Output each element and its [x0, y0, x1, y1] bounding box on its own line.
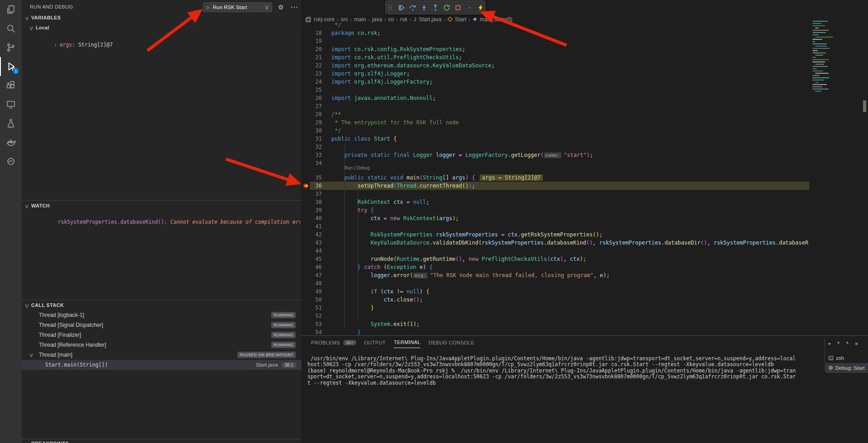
- code-line-37[interactable]: [331, 190, 809, 198]
- line-number[interactable]: 48: [302, 279, 322, 287]
- breakpoints-section-header[interactable]: ⋁BREAKPOINTS: [25, 441, 69, 443]
- line-number[interactable]: 33: [302, 151, 322, 159]
- step-out-icon[interactable]: [431, 3, 439, 13]
- minimap[interactable]: [811, 21, 844, 94]
- code-line-25[interactable]: [331, 86, 809, 94]
- breadcrumb-part[interactable]: java: [372, 16, 382, 23]
- code-editor[interactable]: rskj-core›src›main›java›co›rsk›JStart.ja…: [302, 0, 868, 335]
- code-line-26[interactable]: import javax.annotation.Nonnull;: [331, 94, 809, 102]
- code-line-44[interactable]: [331, 247, 809, 255]
- terminal-session-debug-start[interactable]: ⚙Debug: Start: [826, 363, 868, 373]
- code-line-29[interactable]: * The entrypoint for the RSK full node: [331, 118, 809, 127]
- code-line-35[interactable]: public static void main(String[] args) {…: [331, 174, 809, 182]
- line-number[interactable]: 54: [302, 328, 322, 335]
- continue-icon[interactable]: [397, 3, 406, 13]
- activity-item-run-and-debug[interactable]: 1: [0, 57, 22, 76]
- activity-item-source-control[interactable]: [0, 38, 22, 57]
- code-line-28[interactable]: /**: [331, 110, 809, 118]
- code-line-32[interactable]: [331, 143, 809, 151]
- line-number[interactable]: 30: [302, 127, 322, 135]
- code-line-50[interactable]: ctx.close();: [331, 296, 809, 304]
- line-number[interactable]: 37: [302, 190, 322, 198]
- activity-item-extensions[interactable]: [0, 76, 22, 95]
- line-number[interactable]: 43: [302, 239, 322, 247]
- code-line-34[interactable]: [331, 159, 809, 167]
- line-number[interactable]: 44: [302, 247, 322, 255]
- line-number[interactable]: 51: [302, 304, 322, 312]
- activity-item-testing[interactable]: [0, 114, 22, 133]
- line-number[interactable]: 27: [302, 102, 322, 110]
- breadcrumb-class[interactable]: Start: [455, 16, 466, 23]
- line-number[interactable]: 46: [302, 263, 322, 271]
- views-more-icon[interactable]: ⋯: [291, 3, 298, 11]
- code-line-20[interactable]: import co.rsk.config.RskSystemProperties…: [331, 45, 809, 53]
- code-line-18[interactable]: package co.rsk;: [331, 29, 809, 37]
- breadcrumb-method[interactable]: main(String[]): [480, 16, 512, 23]
- breadcrumb-part[interactable]: rskj-core: [314, 16, 335, 23]
- line-number[interactable]: 24: [302, 78, 322, 86]
- code-line-48[interactable]: [331, 279, 809, 287]
- line-number[interactable]: 32: [302, 143, 322, 151]
- activity-item-gradle[interactable]: [0, 152, 22, 171]
- terminal-session-zsh[interactable]: zsh: [826, 353, 868, 363]
- code-line-54[interactable]: }: [331, 328, 809, 335]
- code-line-38[interactable]: RskContext ctx = null;: [331, 198, 809, 206]
- code-line-30[interactable]: */: [331, 127, 809, 135]
- panel-tab-terminal[interactable]: TERMINAL: [394, 339, 420, 348]
- terminal-output[interactable]: /usr/bin/env /Library/Internet\ Plug-Ins…: [307, 356, 823, 386]
- close-panel-icon[interactable]: ×: [854, 340, 858, 347]
- code-line-53[interactable]: System.exit(1);: [331, 320, 809, 328]
- activity-item-search[interactable]: [0, 19, 22, 38]
- code-line-51[interactable]: }: [331, 304, 809, 312]
- line-number[interactable]: 53: [302, 320, 322, 328]
- line-number[interactable]: 34: [302, 159, 322, 167]
- line-number[interactable]: 47: [302, 271, 322, 279]
- code-line-21[interactable]: import co.rsk.util.PreflightChecksUtils;: [331, 53, 809, 61]
- breakpoint-paused-icon[interactable]: [303, 183, 310, 189]
- thread-row[interactable]: Thread [logback-1]RUNNING: [22, 310, 302, 320]
- section-divider[interactable]: [22, 200, 302, 201]
- new-terminal-icon[interactable]: +: [828, 340, 831, 347]
- code-line-40[interactable]: ctx = new RskContext(args);: [331, 214, 809, 222]
- activity-item-remote-explorer[interactable]: [0, 95, 22, 114]
- line-number[interactable]: 20: [302, 45, 322, 53]
- breadcrumb-file[interactable]: Start.java: [419, 16, 442, 23]
- line-number[interactable]: 42: [302, 231, 322, 239]
- line-number[interactable]: 21: [302, 53, 322, 61]
- code-line-45[interactable]: runNode(Runtime.getRuntime(), new Prefli…: [331, 255, 809, 263]
- call-stack-section-header[interactable]: ⋁CALL STACK: [25, 302, 64, 308]
- watch-expression[interactable]: rskSystemProperties.databaseKind(): Cann…: [39, 212, 300, 231]
- line-number[interactable]: 19: [302, 37, 322, 45]
- stop-icon[interactable]: [454, 3, 462, 13]
- breadcrumb-part[interactable]: rsk: [400, 16, 407, 23]
- variables-section-header[interactable]: ⋁VARIABLES: [25, 15, 61, 20]
- step-over-icon[interactable]: [408, 3, 417, 13]
- watch-section-header[interactable]: ⋁WATCH: [25, 203, 50, 208]
- code-line-31[interactable]: public class Start {: [331, 135, 809, 143]
- line-number[interactable]: 45: [302, 255, 322, 263]
- thread-row[interactable]: Thread [Reference Handler]RUNNING: [22, 340, 302, 350]
- step-into-icon[interactable]: [420, 3, 428, 13]
- launch-config-dropdown[interactable]: ▷ Run RSK Start ⋁: [203, 2, 272, 12]
- section-divider[interactable]: [22, 300, 302, 300]
- maximize-panel-icon[interactable]: ∧: [846, 340, 849, 347]
- stop-dropdown-icon[interactable]: [465, 3, 474, 13]
- line-number[interactable]: 38: [302, 198, 322, 206]
- line-number[interactable]: 50: [302, 296, 322, 304]
- line-number[interactable]: 49: [302, 287, 322, 296]
- variable-args[interactable]: ›args: String[2]@7: [35, 35, 113, 54]
- line-number[interactable]: 26: [302, 94, 322, 102]
- line-number[interactable]: 52: [302, 312, 322, 320]
- line-number[interactable]: 23: [302, 70, 322, 78]
- code-line-39[interactable]: try {: [331, 206, 809, 214]
- scrollbar-marker[interactable]: [863, 100, 866, 112]
- code-line-43[interactable]: KeyValueDataSource.validateDbKind(rskSys…: [331, 239, 809, 247]
- activity-item-explorer[interactable]: [0, 0, 22, 19]
- terminal-dropdown-icon[interactable]: ∨: [837, 340, 840, 347]
- line-number[interactable]: 25: [302, 86, 322, 94]
- restart-icon[interactable]: [443, 3, 451, 13]
- code-line-22[interactable]: import org.ethereum.datasource.KeyValueD…: [331, 61, 809, 70]
- code-line-27[interactable]: [331, 102, 809, 110]
- chevron-down-icon[interactable]: ⋁: [262, 5, 272, 9]
- line-number[interactable]: 41: [302, 222, 322, 231]
